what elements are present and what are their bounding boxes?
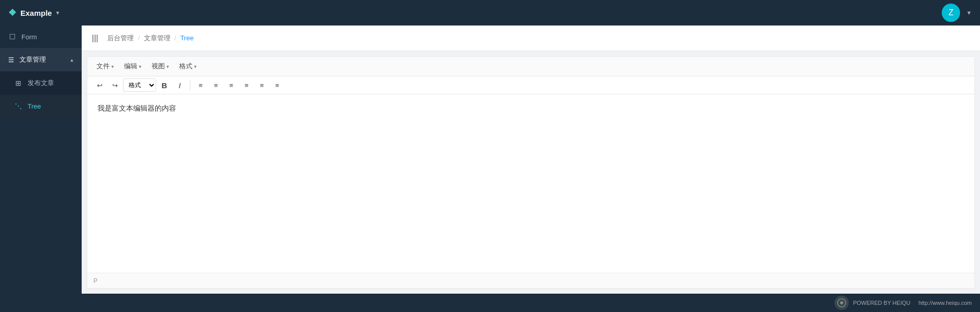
editor-toolbar: ↩ ↪ 格式 标题1 标题2 正文 B I	[87, 76, 974, 94]
sidebar: ☐ Form ☰ 文章管理 ▴ ⊞ 发布文章 ⋱ Tree	[0, 25, 82, 294]
align-justify-icon: ≡	[244, 82, 249, 89]
footer-logo-icon	[835, 296, 849, 310]
format-menu-label: 格式	[179, 62, 192, 71]
breadcrumb-sep-1: /	[138, 35, 139, 42]
align-center-button[interactable]: ≡	[209, 79, 223, 92]
format-menu-button[interactable]: 格式 ▾	[175, 60, 201, 73]
sidebar-item-label: Form	[21, 33, 37, 41]
footer-logo: POWERED BY HEIQU	[835, 296, 910, 310]
footer-url: http://www.heiqu.com	[918, 300, 972, 306]
sidebar-sub-article: ⊞ 发布文章 ⋱ Tree	[0, 71, 82, 117]
align-left-button[interactable]: ≡	[193, 79, 208, 92]
file-menu-arrow: ▾	[111, 64, 114, 69]
page-footer: POWERED BY HEIQU http://www.heiqu.com	[0, 294, 980, 312]
outdent-icon: ≡	[275, 82, 279, 89]
app-name: Example	[20, 9, 52, 17]
article-icon: ☰	[8, 56, 14, 64]
align-center-icon: ≡	[214, 82, 218, 89]
sidebar-item-form[interactable]: ☐ Form	[0, 25, 82, 48]
bold-button[interactable]: B	[157, 79, 172, 92]
view-menu-arrow: ▾	[166, 64, 169, 69]
view-menu-label: 视图	[152, 62, 165, 71]
edit-menu-arrow: ▾	[139, 64, 141, 69]
indent-button[interactable]: ≡	[255, 79, 269, 92]
editor-container: 文件 ▾ 编辑 ▾ 视图 ▾ 格式 ▾ ↩	[87, 56, 975, 289]
sidebar-item-tree[interactable]: ⋱ Tree	[0, 95, 82, 117]
sidebar-group-article[interactable]: ☰ 文章管理 ▴	[0, 48, 82, 71]
redo-button[interactable]: ↪	[108, 79, 122, 92]
editor-menubar: 文件 ▾ 编辑 ▾ 视图 ▾ 格式 ▾	[87, 57, 974, 76]
breadcrumb-sep-2: /	[175, 35, 176, 42]
footer-powered-by: POWERED BY HEIQU	[853, 300, 910, 306]
edit-menu-label: 编辑	[124, 62, 137, 71]
app-logo: ❖ Example ▾	[8, 7, 59, 18]
menu-toggle-icon[interactable]: |||	[92, 34, 98, 43]
publish-icon: ⊞	[14, 79, 22, 87]
breadcrumb-bar: ||| 后台管理 / 文章管理 / Tree	[82, 25, 980, 51]
file-menu-button[interactable]: 文件 ▾	[92, 60, 118, 73]
main-layout: ☐ Form ☰ 文章管理 ▴ ⊞ 发布文章 ⋱ Tree ||| 后台管理 /	[0, 25, 980, 294]
undo-button[interactable]: ↩	[92, 79, 107, 92]
redo-icon: ↪	[112, 82, 118, 89]
sidebar-group-label: 文章管理	[19, 55, 46, 64]
header-right: Z ▼	[942, 4, 972, 22]
sidebar-item-publish-label: 发布文章	[28, 79, 54, 88]
bold-icon: B	[162, 81, 167, 90]
toolbar-divider-1	[190, 80, 190, 90]
logo-icon: ❖	[8, 7, 16, 18]
content-area: ||| 后台管理 / 文章管理 / Tree 文件 ▾ 编辑 ▾ 视图	[82, 25, 980, 294]
header-expand-icon[interactable]: ▼	[966, 10, 972, 16]
breadcrumb-tree: Tree	[180, 34, 193, 42]
align-justify-button[interactable]: ≡	[239, 79, 254, 92]
chevron-up-icon: ▴	[70, 57, 74, 63]
editor-text: 我是富文本编辑器的内容	[97, 104, 176, 112]
breadcrumb-backend: 后台管理	[107, 34, 134, 43]
chevron-down-icon: ▾	[56, 10, 59, 16]
align-left-icon: ≡	[199, 82, 203, 89]
form-icon: ☐	[8, 33, 16, 41]
indent-icon: ≡	[260, 82, 264, 89]
file-menu-label: 文件	[96, 62, 110, 71]
format-select[interactable]: 格式 标题1 标题2 正文	[123, 79, 156, 92]
edit-menu-button[interactable]: 编辑 ▾	[120, 60, 145, 73]
italic-button[interactable]: I	[173, 79, 187, 92]
editor-content[interactable]: 我是富文本编辑器的内容	[87, 94, 974, 273]
sidebar-item-publish[interactable]: ⊞ 发布文章	[0, 71, 82, 95]
align-right-button[interactable]: ≡	[224, 79, 238, 92]
avatar-button[interactable]: Z	[942, 4, 960, 22]
statusbar-label: P	[93, 277, 97, 284]
view-menu-button[interactable]: 视图 ▾	[148, 60, 173, 73]
sidebar-item-tree-label: Tree	[28, 102, 41, 110]
format-menu-arrow: ▾	[194, 64, 197, 69]
editor-statusbar: P	[87, 273, 974, 288]
outdent-button[interactable]: ≡	[270, 79, 284, 92]
breadcrumb-article: 文章管理	[144, 34, 170, 43]
italic-icon: I	[179, 81, 181, 90]
top-header: ❖ Example ▾ Z ▼	[0, 0, 980, 25]
avatar-letter: Z	[948, 8, 953, 17]
align-right-icon: ≡	[229, 82, 233, 89]
undo-icon: ↩	[97, 82, 103, 89]
svg-point-1	[840, 301, 843, 304]
header-left: ❖ Example ▾	[8, 7, 59, 18]
footer-brand-icon	[837, 298, 847, 308]
tree-icon: ⋱	[14, 102, 22, 110]
